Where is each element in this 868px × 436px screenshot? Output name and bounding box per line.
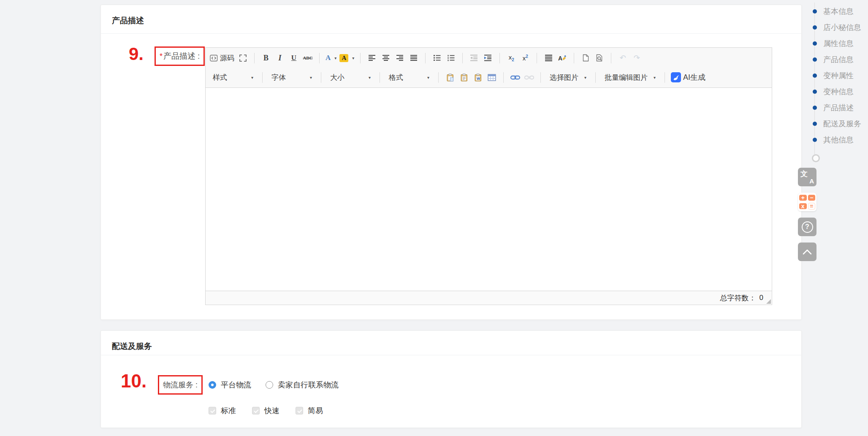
nav-item-attribute-info[interactable]: 属性信息: [813, 39, 861, 48]
new-page-icon: [583, 54, 589, 62]
text-color-icon: A: [326, 54, 331, 62]
anchor-nav: 基本信息 店小秘信息 属性信息 产品信息 变种属性 变种信息 产品描述 配送及: [813, 7, 861, 144]
calculator-button[interactable]: + − x =: [798, 193, 816, 211]
shipping-services-card: 配送及服务: [100, 330, 802, 428]
toolbar-divider: [574, 53, 574, 63]
checkbox-fast[interactable]: 快速: [252, 406, 279, 416]
nav-dot-icon: [813, 57, 817, 62]
select-image-dropdown[interactable]: 选择图片 ▾: [547, 71, 589, 84]
strikethrough-button[interactable]: ABC: [302, 52, 313, 64]
toolbar-divider: [438, 72, 439, 83]
annotation-step-10: 10.: [121, 372, 146, 390]
underline-button[interactable]: U: [288, 52, 299, 64]
toolbar-divider: [595, 72, 596, 83]
text-color-button[interactable]: A ▾: [326, 52, 336, 64]
paste-plain-text-button[interactable]: [458, 71, 469, 84]
toolbar-divider: [254, 53, 255, 63]
product-edit-page: 产品描述 9. * 产品描述 : 源码 B I U ABC: [0, 0, 868, 436]
bullet-list-button[interactable]: [431, 52, 442, 64]
chevron-down-icon: ▾: [584, 75, 586, 80]
floating-toolbar: 文 A + − x = ?: [798, 168, 816, 261]
source-code-button[interactable]: 源码: [210, 52, 234, 64]
align-left-button[interactable]: [366, 52, 377, 64]
toolbar-divider: [503, 72, 504, 83]
insert-table-button[interactable]: [486, 71, 497, 84]
paste-from-word-button[interactable]: W: [472, 71, 483, 84]
style-dropdown[interactable]: 样式 ▾: [210, 71, 256, 84]
annotation-step-9: 9.: [129, 45, 144, 63]
radio-selected-icon: [209, 381, 216, 389]
remove-format-icon: A: [558, 54, 567, 62]
outdent-button[interactable]: [469, 52, 480, 64]
nav-item-dianxiaomi-info[interactable]: 店小秘信息: [813, 23, 861, 32]
checkbox-simple[interactable]: 简易: [296, 406, 323, 416]
maximize-button[interactable]: [237, 52, 248, 64]
format-dropdown[interactable]: 格式 ▾: [386, 71, 432, 84]
chevron-down-icon: ▾: [427, 75, 429, 80]
nav-item-variant-attributes[interactable]: 变种属性: [813, 71, 861, 80]
line-height-button[interactable]: [543, 52, 554, 64]
align-right-button[interactable]: [394, 52, 405, 64]
nav-item-product-description[interactable]: 产品描述: [813, 104, 861, 112]
char-count-value: 0: [760, 294, 763, 302]
superscript-button[interactable]: x2: [520, 52, 531, 64]
remove-format-button[interactable]: A: [557, 52, 568, 64]
chevron-down-icon: ▾: [369, 75, 371, 80]
nav-item-basic-info[interactable]: 基本信息: [813, 7, 861, 16]
redo-button[interactable]: ↷: [631, 52, 642, 64]
translate-button[interactable]: 文 A: [798, 168, 816, 186]
help-button[interactable]: ?: [798, 218, 816, 236]
remove-link-button[interactable]: [524, 71, 534, 84]
editor-content-area[interactable]: [206, 88, 772, 291]
svg-text:W: W: [476, 76, 480, 80]
paste-button[interactable]: [445, 71, 456, 84]
toolbar-divider: [540, 72, 541, 83]
align-center-button[interactable]: [380, 52, 391, 64]
size-dropdown[interactable]: 大小 ▾: [327, 71, 374, 84]
font-dropdown[interactable]: 字体 ▾: [269, 71, 315, 84]
toolbar-divider: [321, 72, 321, 83]
insert-link-icon: [510, 74, 520, 81]
section-title-description: 产品描述: [112, 15, 144, 26]
ai-generate-button[interactable]: AI生成: [671, 71, 705, 84]
line-height-icon: [545, 54, 552, 61]
italic-button[interactable]: I: [274, 52, 285, 64]
bullet-list-icon: [434, 54, 441, 61]
nav-item-shipping-services[interactable]: 配送及服务: [813, 120, 861, 128]
highlight-color-icon: A: [339, 54, 348, 62]
indent-button[interactable]: [483, 52, 494, 64]
nav-item-other-info[interactable]: 其他信息: [813, 136, 861, 144]
char-count-label: 总字符数：: [720, 293, 756, 303]
insert-link-button[interactable]: [510, 71, 521, 84]
preview-button[interactable]: [594, 52, 605, 64]
product-description-label-box: * 产品描述 :: [155, 46, 205, 66]
paste-icon: [446, 74, 454, 82]
insert-table-icon: [488, 74, 496, 81]
numbered-list-button[interactable]: [445, 52, 456, 64]
undo-button[interactable]: ↶: [617, 52, 628, 64]
chevron-down-icon: ▾: [352, 56, 354, 60]
nav-dot-icon: [813, 138, 817, 142]
help-icon: ?: [802, 221, 813, 233]
chevron-down-icon: ▾: [251, 75, 253, 80]
align-justify-button[interactable]: [408, 52, 419, 64]
align-left-icon: [369, 54, 376, 61]
nav-item-variant-info[interactable]: 变种信息: [813, 87, 861, 96]
nav-item-product-info[interactable]: 产品信息: [813, 55, 861, 64]
product-description-field-label: 产品描述: [163, 51, 195, 62]
batch-edit-image-dropdown[interactable]: 批量编辑图片 ▾: [602, 71, 659, 84]
resize-grip[interactable]: [766, 299, 771, 304]
required-asterisk: *: [160, 52, 163, 61]
checkbox-standard[interactable]: 标准: [209, 406, 236, 416]
toolbar-row-2: 样式 ▾ 字体 ▾ 大小 ▾ 格式 ▾: [210, 68, 768, 87]
radio-platform-logistics[interactable]: 平台物流: [209, 380, 251, 390]
checkbox-checked-icon: [209, 407, 216, 414]
section-divider: [101, 33, 801, 34]
bold-button[interactable]: B: [260, 52, 271, 64]
nav-dot-icon: [813, 106, 817, 110]
back-to-top-button[interactable]: [798, 243, 816, 261]
subscript-button[interactable]: x2: [506, 52, 517, 64]
highlight-color-button[interactable]: A ▾: [339, 52, 354, 64]
new-page-button[interactable]: [580, 52, 591, 64]
radio-seller-contact-logistics[interactable]: 卖家自行联系物流: [266, 380, 339, 390]
